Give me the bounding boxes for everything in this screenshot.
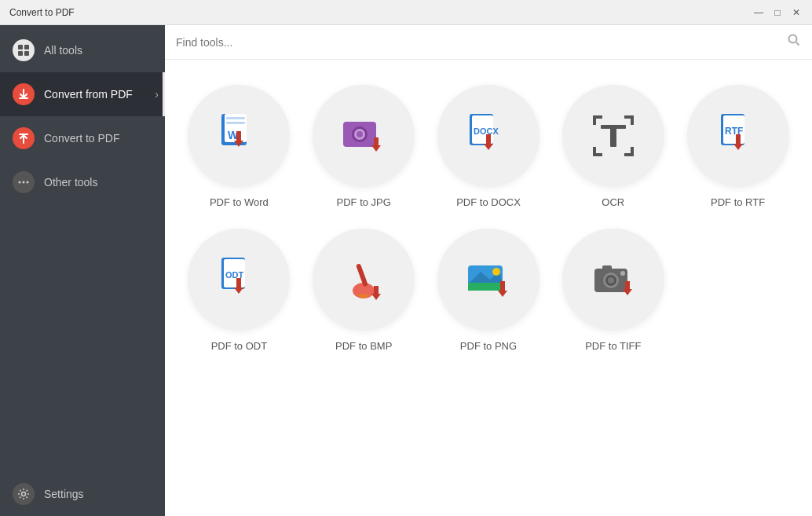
svg-rect-67 — [625, 281, 630, 291]
grid-icon — [13, 39, 35, 61]
title-bar: Convert to PDF — □ ✕ — [0, 0, 812, 25]
tool-icon-pdf-to-png — [437, 229, 540, 331]
svg-rect-0 — [18, 45, 23, 49]
svg-rect-13 — [226, 117, 245, 119]
sidebar-item-convert-from-pdf[interactable]: Convert from PDF › — [0, 72, 165, 116]
tool-icon-ocr — [562, 85, 664, 187]
svg-rect-64 — [602, 265, 612, 270]
settings-icon — [13, 483, 35, 505]
main-content: W PDF to Word — [165, 25, 812, 516]
svg-rect-28 — [486, 134, 491, 145]
sidebar-item-settings[interactable]: Settings — [0, 472, 165, 516]
tool-pdf-to-bmp[interactable]: PDF to BMP — [305, 222, 422, 358]
svg-point-8 — [27, 181, 29, 184]
tool-icon-pdf-to-jpg — [313, 85, 415, 187]
sidebar-item-other-tools[interactable]: Other tools — [0, 160, 165, 204]
tool-label-pdf-to-word: PDF to Word — [210, 196, 269, 208]
sidebar-label-other-tools: Other tools — [44, 176, 97, 188]
arrow-down-icon — [13, 83, 35, 105]
tool-label-pdf-to-odt: PDF to ODT — [211, 340, 268, 352]
tool-pdf-to-png[interactable]: PDF to PNG — [430, 222, 547, 358]
tool-pdf-to-odt[interactable]: ODT PDF to ODT — [181, 222, 298, 358]
svg-rect-30 — [593, 115, 596, 125]
search-icon — [787, 33, 801, 51]
tool-pdf-to-docx[interactable]: DOCX PDF to DOCX — [430, 79, 547, 214]
svg-point-63 — [608, 277, 614, 284]
sidebar: All tools Convert from PDF › — [0, 25, 165, 516]
tool-icon-pdf-to-bmp — [313, 229, 415, 331]
svg-rect-38 — [610, 125, 616, 147]
tool-label-pdf-to-bmp: PDF to BMP — [335, 340, 392, 352]
svg-rect-59 — [500, 281, 505, 292]
tool-label-ocr: OCR — [602, 196, 624, 208]
search-input[interactable] — [176, 36, 787, 49]
arrow-up-icon — [13, 127, 35, 149]
svg-rect-3 — [24, 51, 29, 56]
svg-rect-5 — [19, 134, 28, 135]
svg-rect-2 — [18, 51, 23, 56]
minimize-button[interactable]: — — [752, 6, 765, 19]
tool-pdf-to-jpg[interactable]: PDF to JPG — [305, 79, 422, 214]
dots-icon — [13, 171, 35, 193]
svg-rect-36 — [631, 147, 634, 156]
tool-label-pdf-to-tiff: PDF to TIFF — [585, 340, 641, 352]
sidebar-nav: All tools Convert from PDF › — [0, 25, 165, 472]
svg-point-56 — [492, 268, 500, 276]
tool-icon-pdf-to-rtf: RTF — [687, 85, 789, 187]
search-bar — [165, 25, 812, 60]
tool-icon-pdf-to-word: W — [188, 85, 290, 187]
svg-rect-32 — [631, 115, 634, 125]
svg-rect-43 — [736, 134, 741, 145]
tool-pdf-to-word[interactable]: W PDF to Word — [181, 79, 298, 214]
sidebar-label-all-tools: All tools — [44, 44, 82, 57]
svg-point-65 — [620, 271, 625, 276]
close-button[interactable]: ✕ — [790, 6, 803, 19]
maximize-button[interactable]: □ — [771, 6, 784, 19]
svg-rect-53 — [374, 286, 379, 295]
svg-point-21 — [357, 131, 363, 137]
svg-rect-48 — [236, 278, 241, 289]
tool-icon-pdf-to-tiff — [562, 229, 664, 331]
tool-label-pdf-to-docx: PDF to DOCX — [456, 196, 521, 208]
svg-rect-23 — [374, 137, 379, 147]
svg-point-7 — [23, 181, 25, 184]
svg-point-6 — [19, 181, 21, 184]
sidebar-label-convert-from-pdf: Convert from PDF — [44, 88, 133, 101]
svg-rect-34 — [593, 147, 596, 156]
tool-label-pdf-to-rtf: PDF to RTF — [711, 196, 765, 208]
chevron-right-icon: › — [155, 88, 159, 101]
tool-ocr[interactable]: OCR — [554, 79, 671, 214]
svg-rect-1 — [24, 45, 29, 49]
tool-icon-pdf-to-docx: DOCX — [437, 85, 540, 187]
svg-rect-4 — [19, 97, 28, 99]
tool-pdf-to-rtf[interactable]: RTF PDF to RTF — [679, 79, 796, 214]
sidebar-item-convert-to-pdf[interactable]: Convert to PDF — [0, 116, 165, 160]
window-controls: — □ ✕ — [752, 6, 803, 19]
svg-point-10 — [789, 35, 797, 43]
sidebar-label-convert-to-pdf: Convert to PDF — [44, 132, 119, 145]
tool-label-pdf-to-jpg: PDF to JPG — [337, 196, 391, 208]
svg-rect-17 — [236, 131, 241, 142]
tools-grid: W PDF to Word — [165, 60, 812, 516]
tool-label-pdf-to-png: PDF to PNG — [460, 340, 517, 352]
settings-label: Settings — [44, 488, 84, 500]
sidebar-item-all-tools[interactable]: All tools — [0, 28, 165, 72]
svg-rect-14 — [226, 122, 245, 124]
svg-rect-57 — [468, 283, 503, 291]
window-title: Convert to PDF — [9, 7, 75, 18]
tool-icon-pdf-to-odt: ODT — [188, 229, 290, 331]
tool-pdf-to-tiff[interactable]: PDF to TIFF — [554, 222, 671, 358]
svg-point-9 — [22, 492, 26, 496]
